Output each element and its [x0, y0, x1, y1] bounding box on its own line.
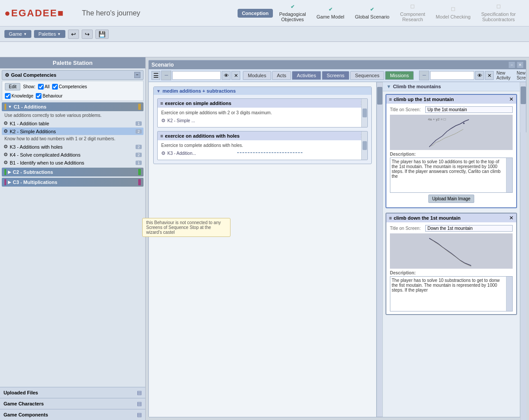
close-window-button[interactable]: ✕: [517, 62, 523, 68]
title-on-screen-2-row: Title on Screen:: [390, 225, 513, 232]
left-panel: Palette Station ⚙ Goal Competencies − Ed…: [0, 57, 146, 420]
b1-item[interactable]: ⚙ B1 - Identify when to use Additions 1: [2, 159, 144, 166]
screen-1-desc-scrollbar[interactable]: [506, 158, 512, 192]
nav-step-component-research[interactable]: ☐ ComponentResearch: [396, 2, 430, 24]
palettes-menu[interactable]: Palettes: [34, 30, 65, 38]
tab-screens[interactable]: Screens: [322, 71, 349, 80]
logo-row: ●EGADEE■ The hero's journey Conception ✔…: [0, 0, 529, 26]
k4-item[interactable]: ⚙ K4 - Solve complicated Additions 2: [2, 151, 144, 158]
scenario-content: ▼ medim additions + subtractions ≡ exerc…: [149, 82, 526, 417]
c2-header[interactable]: ▶ C2 - Subtractions: [2, 168, 144, 176]
c2-right-bar: [138, 169, 141, 175]
minus-button[interactable]: −: [161, 71, 171, 80]
scenario-window-buttons: − ✕: [508, 62, 523, 68]
k2-item[interactable]: ⚙ K2 - Simple Additions 2: [2, 128, 144, 135]
screen-cards-area[interactable]: ≡ climb up the 1st mountain ✕ Title on S…: [383, 91, 520, 417]
game-menu[interactable]: Game: [4, 30, 31, 38]
logo: ●EGADEE■: [4, 8, 64, 19]
undo-button[interactable]: ↩: [68, 30, 79, 39]
new-activity-label: New Activity: [496, 71, 510, 80]
uploaded-files-section: Uploaded Files ▤: [0, 387, 145, 398]
screen-clear-button[interactable]: ✕: [485, 71, 494, 80]
k2-ref-icon: ⚙: [161, 118, 166, 124]
center-scroll-thumb: [377, 87, 382, 105]
k3-ref: ⚙ K3 - Addition...: [161, 150, 360, 157]
competencies-checkbox[interactable]: Competencies: [52, 84, 87, 90]
all-checkbox[interactable]: All: [38, 84, 49, 90]
goal-controls: Edit Show: All Competencies Knowledge Be…: [2, 81, 144, 101]
exercise-card-2: ≡ exercice on additions with holes ✕ Exe…: [157, 131, 368, 160]
screen-1-desc: The player has to solve 10 additions to …: [390, 158, 513, 193]
game-characters-header[interactable]: Game Characters ▤: [0, 398, 145, 409]
exercise-1-scrollbar[interactable]: [361, 99, 367, 127]
behaviour-checkbox[interactable]: Behaviour: [36, 93, 62, 99]
game-components-header[interactable]: Game Components ▤: [0, 409, 145, 420]
exercise-2-scrollbar[interactable]: [361, 131, 367, 160]
behaviour-tooltip: this Behaviour is not connected to any S…: [142, 218, 230, 237]
climb-collapse-icon: ▼: [386, 84, 391, 89]
screen-card-1-body: Title on Screen: 4a + y2 = □: [386, 104, 516, 207]
save-button[interactable]: 💾: [95, 30, 109, 39]
k1-item[interactable]: ⚙ K1 - Addition table 1: [2, 120, 144, 127]
scenario-left-panel: ▼ medim additions + subtractions ≡ exerc…: [149, 82, 377, 417]
screen-2-image-area: [390, 233, 513, 269]
nav-step-game-model[interactable]: ✔ Game Model: [312, 5, 349, 21]
tab-acts[interactable]: Acts: [272, 71, 291, 80]
scenario-canvas[interactable]: ▼ medim additions + subtractions ≡ exerc…: [149, 82, 376, 417]
nav-step-model-checking[interactable]: ☐ Model Checking: [431, 5, 475, 21]
exercise-1-menu-icon: ≡: [160, 101, 163, 106]
game-characters-expand-icon: ▤: [137, 401, 142, 407]
preview-icon-button[interactable]: 👁: [222, 71, 230, 80]
nav-step-pedagogical[interactable]: ✔ PedagogicalObjectives: [275, 2, 310, 24]
tab-missions[interactable]: Missions: [385, 71, 414, 80]
tab-sequences[interactable]: Sequences: [350, 71, 384, 80]
nav-step-specification[interactable]: ☐ Specification forSubcontractors: [477, 2, 520, 24]
clear-search-button[interactable]: ✕: [231, 71, 240, 80]
k1-icon: ⚙: [4, 120, 8, 126]
k3-item[interactable]: ⚙ K3 - Additions with holes 2: [2, 143, 144, 150]
c1-header[interactable]: ▼ C1 - Additions: [2, 102, 144, 111]
redo-button[interactable]: ↪: [82, 30, 93, 39]
tab-modules[interactable]: Modules: [243, 71, 271, 80]
screen-search: − 👁 ✕: [419, 71, 494, 80]
c3-header[interactable]: ▶ C3 - Multiplications: [2, 178, 144, 187]
right-area: Scenario − ✕ ☰ − 👁 ✕ Modules: [146, 57, 529, 420]
screen-preview-button[interactable]: 👁: [475, 71, 484, 80]
activity-group: ▼ medim additions + subtractions ≡ exerc…: [153, 86, 372, 164]
screen-2-image: [427, 235, 476, 268]
screen-1-menu-icon: ≡: [389, 97, 392, 102]
uploaded-files-header[interactable]: Uploaded Files ▤: [0, 387, 145, 398]
title-on-screen-1-input[interactable]: [425, 106, 513, 113]
c1-bar: [4, 104, 6, 110]
title-on-screen-2-input[interactable]: [425, 225, 513, 232]
scenario-title: Scenario: [151, 62, 174, 68]
svg-text:4a + y2 = □: 4a + y2 = □: [428, 117, 446, 121]
center-scrollbar[interactable]: [377, 82, 383, 417]
drag-icon-button[interactable]: ☰: [151, 71, 160, 80]
upload-main-image-button[interactable]: Upload Main Image: [428, 195, 475, 203]
scenario-titlebar: Scenario − ✕: [149, 60, 526, 69]
minus-button-right[interactable]: −: [419, 71, 429, 80]
activity-search-input[interactable]: [172, 71, 221, 80]
nav-step-conception[interactable]: Conception: [238, 9, 273, 18]
activity-group-header[interactable]: ▼ medim additions + subtractions: [154, 87, 371, 95]
goal-competencies-header[interactable]: ⚙ Goal Competencies −: [2, 70, 144, 80]
screen-card-2-close[interactable]: ✕: [509, 215, 514, 221]
game-components-expand-icon: ▤: [137, 412, 142, 418]
k4-icon: ⚙: [4, 152, 8, 158]
nav-step-global-scenario[interactable]: ✔ Global Scenario: [351, 5, 394, 21]
tab-activities[interactable]: Activities: [292, 71, 321, 80]
minimize-goal-competencies[interactable]: −: [134, 72, 140, 78]
uploaded-files-expand-icon: ▤: [137, 390, 142, 396]
screen-search-input[interactable]: [430, 71, 474, 80]
bottom-sections: Uploaded Files ▤ Game Characters ▤ Game …: [0, 387, 145, 420]
screen-card-2: ≡ climb down the 1st mountain ✕ Title on…: [385, 213, 517, 315]
k2-icon: ⚙: [4, 128, 8, 134]
screen-card-1-header: ≡ climb up the 1st mountain ✕: [386, 95, 516, 104]
knowledge-checkbox[interactable]: Knowledge: [5, 93, 33, 99]
edit-button[interactable]: Edit: [5, 83, 20, 90]
screen-2-desc-scrollbar[interactable]: [506, 277, 512, 311]
scenario-window: Scenario − ✕ ☰ − 👁 ✕ Modules: [148, 60, 526, 417]
minimize-window-button[interactable]: −: [509, 62, 515, 68]
screen-card-1-close[interactable]: ✕: [509, 96, 514, 102]
